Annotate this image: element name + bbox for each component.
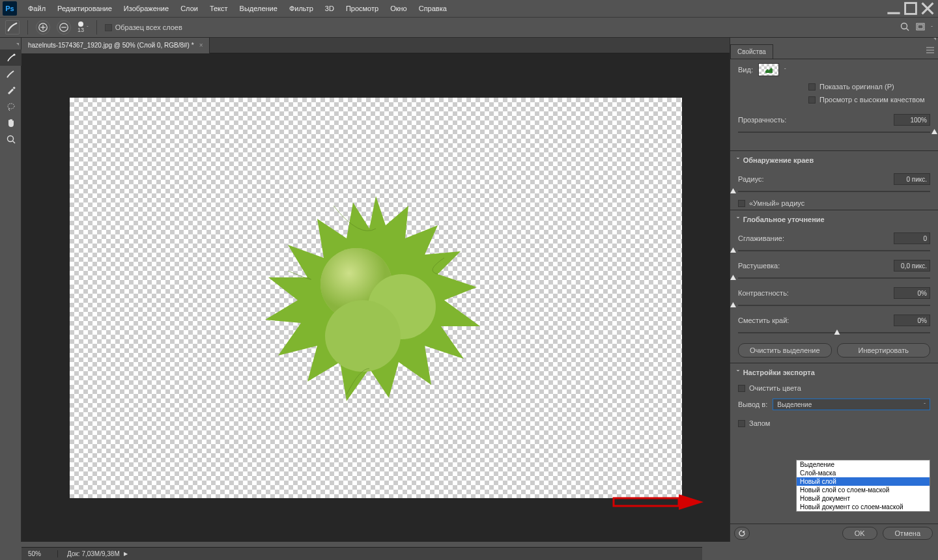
opacity-input[interactable] xyxy=(894,114,930,126)
contrast-label: Контрастность: xyxy=(738,289,789,297)
tool-preset-icon[interactable] xyxy=(5,20,20,35)
svg-point-9 xyxy=(902,23,907,29)
feather-input[interactable] xyxy=(894,260,930,272)
section-title: Настройки экспорта xyxy=(743,369,815,376)
menu-3d[interactable]: 3D xyxy=(319,2,340,15)
radius-slider[interactable] xyxy=(730,189,938,197)
document-tab[interactable]: hazelnuts-1574367_1920.jpg @ 50% (Слой 0… xyxy=(21,38,210,53)
brush-size-control[interactable]: 13 ˇ xyxy=(78,21,89,33)
contrast-input[interactable] xyxy=(894,287,930,299)
smooth-slider[interactable] xyxy=(730,248,938,256)
output-option[interactable]: Слой-маска xyxy=(797,469,930,477)
chevron-right-icon[interactable]: ▶ xyxy=(124,551,128,557)
invert-button[interactable]: Инвертировать xyxy=(837,343,931,357)
radius-label: Радиус: xyxy=(738,175,764,183)
feather-label: Растушевка: xyxy=(738,262,780,270)
svg-marker-27 xyxy=(742,531,745,533)
menu-select[interactable]: Выделение xyxy=(234,2,283,15)
svg-point-16 xyxy=(7,135,13,141)
section-export-settings[interactable]: ˇ Настройки экспорта xyxy=(730,363,938,382)
toolbar-flyout[interactable] xyxy=(0,43,21,49)
shift-slider[interactable] xyxy=(730,330,938,338)
chevron-down-icon: ˇ xyxy=(87,25,89,31)
panel-flyout[interactable] xyxy=(730,38,938,44)
minimize-button[interactable] xyxy=(886,3,902,14)
document-tab-title: hazelnuts-1574367_1920.jpg @ 50% (Слой 0… xyxy=(28,42,194,49)
canvas-viewport[interactable] xyxy=(21,53,730,542)
options-bar: 13 ˇ Образец всех слоев ˇ xyxy=(0,17,938,38)
svg-line-10 xyxy=(907,29,909,31)
output-dropdown[interactable]: Выделение ˇ xyxy=(773,399,930,410)
menu-text[interactable]: Текст xyxy=(204,2,234,15)
quick-select-tool[interactable] xyxy=(0,49,21,66)
svg-rect-1 xyxy=(905,3,917,14)
menu-filter[interactable]: Фильтр xyxy=(283,2,319,15)
smooth-label: Сглаживание: xyxy=(738,234,784,242)
contrast-slider[interactable] xyxy=(730,303,938,311)
frame-icon[interactable] xyxy=(915,21,926,33)
sample-all-layers-checkbox[interactable]: Образец всех слоев xyxy=(105,23,182,31)
high-quality-label: Просмотр с высоким качеством xyxy=(819,96,925,104)
checkbox-box xyxy=(105,24,112,31)
properties-tab[interactable]: Свойства xyxy=(730,44,773,59)
checkbox-box[interactable] xyxy=(808,96,816,104)
section-global-refine[interactable]: ˇ Глобальное уточнение xyxy=(730,210,938,229)
tool-bar xyxy=(0,38,21,542)
maximize-button[interactable] xyxy=(903,3,918,14)
remember-label: Запом xyxy=(749,419,770,427)
output-label: Вывод в: xyxy=(738,400,767,408)
feather-slider[interactable] xyxy=(730,275,938,283)
lasso-tool[interactable] xyxy=(0,98,21,115)
section-edge-detection[interactable]: ˇ Обнаружение краев xyxy=(730,150,938,169)
menu-layers[interactable]: Слои xyxy=(175,2,204,15)
svg-rect-12 xyxy=(918,25,923,29)
subtract-sample-icon[interactable] xyxy=(57,20,71,35)
svg-point-13 xyxy=(13,53,15,55)
output-option[interactable]: Новый слой со слоем-маской xyxy=(797,486,930,494)
output-option[interactable]: Новый документ со слоем-маской xyxy=(797,503,930,511)
menu-image[interactable]: Изображение xyxy=(118,2,175,15)
sample-all-layers-label: Образец всех слоев xyxy=(115,23,182,31)
menu-view[interactable]: Просмотр xyxy=(340,2,384,15)
radius-input[interactable] xyxy=(894,173,930,185)
output-option[interactable]: Выделение xyxy=(797,460,930,469)
show-original-label: Показать оригинал (Р) xyxy=(819,83,894,91)
opacity-slider[interactable] xyxy=(730,130,938,137)
checkbox-box[interactable] xyxy=(738,385,745,392)
checkbox-box[interactable] xyxy=(808,83,816,91)
view-swatch[interactable] xyxy=(758,63,779,76)
doc-size: Док: 7,03M/9,38M xyxy=(58,550,120,557)
svg-line-17 xyxy=(12,141,15,143)
reset-button[interactable] xyxy=(734,527,750,540)
shift-input[interactable] xyxy=(894,315,930,326)
view-label: Вид: xyxy=(738,66,753,74)
svg-rect-14 xyxy=(12,86,15,89)
output-option[interactable]: Новый документ xyxy=(797,494,930,503)
clear-selection-button[interactable]: Очистить выделение xyxy=(738,343,832,357)
close-button[interactable] xyxy=(920,3,935,14)
cancel-button[interactable]: Отмена xyxy=(883,527,933,540)
zoom-level[interactable]: 50% xyxy=(21,550,58,557)
menu-edit[interactable]: Редактирование xyxy=(51,2,118,15)
smooth-input[interactable] xyxy=(894,232,930,244)
panel-menu-icon[interactable] xyxy=(922,44,938,59)
ok-button[interactable]: OK xyxy=(842,527,877,540)
checkbox-box[interactable] xyxy=(738,420,745,427)
smart-radius-label: «Умный» радиус xyxy=(749,199,804,207)
menu-window[interactable]: Окно xyxy=(384,2,413,15)
search-icon[interactable] xyxy=(900,21,910,33)
zoom-tool[interactable] xyxy=(0,131,21,147)
refine-brush-tool[interactable] xyxy=(0,66,21,82)
close-tab-icon[interactable]: × xyxy=(199,42,203,49)
brush-tool[interactable] xyxy=(0,82,21,98)
hand-tool[interactable] xyxy=(0,115,21,131)
output-option[interactable]: Новый слой xyxy=(797,477,930,486)
add-sample-icon[interactable] xyxy=(36,20,50,35)
clean-colors-label: Очистить цвета xyxy=(749,384,801,392)
section-title: Глобальное уточнение xyxy=(743,216,825,223)
checkbox-box[interactable] xyxy=(738,200,745,207)
document-area: hazelnuts-1574367_1920.jpg @ 50% (Слой 0… xyxy=(21,38,730,542)
svg-point-21 xyxy=(325,300,401,372)
menu-help[interactable]: Справка xyxy=(413,2,453,15)
menu-file[interactable]: Файл xyxy=(22,2,51,15)
